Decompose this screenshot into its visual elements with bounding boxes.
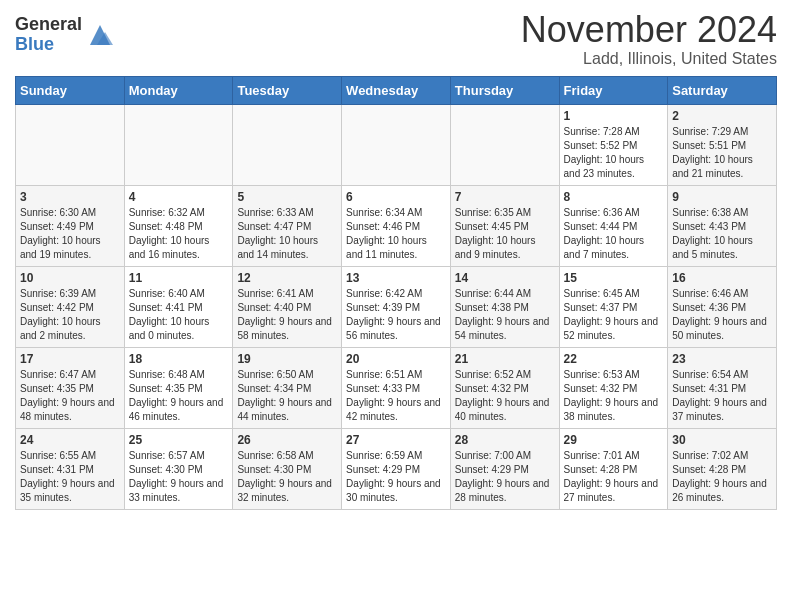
day-info: Sunrise: 6:54 AM Sunset: 4:31 PM Dayligh… [672, 368, 772, 424]
header-row: SundayMondayTuesdayWednesdayThursdayFrid… [16, 76, 777, 104]
day-cell: 18Sunrise: 6:48 AM Sunset: 4:35 PM Dayli… [124, 347, 233, 428]
day-number: 3 [20, 190, 120, 204]
day-cell: 9Sunrise: 6:38 AM Sunset: 4:43 PM Daylig… [668, 185, 777, 266]
day-info: Sunrise: 6:35 AM Sunset: 4:45 PM Dayligh… [455, 206, 555, 262]
weekday-header-saturday: Saturday [668, 76, 777, 104]
day-number: 10 [20, 271, 120, 285]
header: General Blue November 2024 Ladd, Illinoi… [15, 10, 777, 68]
day-info: Sunrise: 6:38 AM Sunset: 4:43 PM Dayligh… [672, 206, 772, 262]
day-number: 12 [237, 271, 337, 285]
week-row-1: 3Sunrise: 6:30 AM Sunset: 4:49 PM Daylig… [16, 185, 777, 266]
day-number: 6 [346, 190, 446, 204]
day-info: Sunrise: 6:52 AM Sunset: 4:32 PM Dayligh… [455, 368, 555, 424]
day-info: Sunrise: 6:55 AM Sunset: 4:31 PM Dayligh… [20, 449, 120, 505]
day-info: Sunrise: 6:50 AM Sunset: 4:34 PM Dayligh… [237, 368, 337, 424]
day-info: Sunrise: 6:57 AM Sunset: 4:30 PM Dayligh… [129, 449, 229, 505]
day-cell: 6Sunrise: 6:34 AM Sunset: 4:46 PM Daylig… [342, 185, 451, 266]
day-cell: 20Sunrise: 6:51 AM Sunset: 4:33 PM Dayli… [342, 347, 451, 428]
day-number: 4 [129, 190, 229, 204]
main-container: General Blue November 2024 Ladd, Illinoi… [0, 0, 792, 520]
day-cell: 16Sunrise: 6:46 AM Sunset: 4:36 PM Dayli… [668, 266, 777, 347]
week-row-0: 1Sunrise: 7:28 AM Sunset: 5:52 PM Daylig… [16, 104, 777, 185]
day-info: Sunrise: 6:39 AM Sunset: 4:42 PM Dayligh… [20, 287, 120, 343]
day-number: 17 [20, 352, 120, 366]
day-number: 25 [129, 433, 229, 447]
day-cell: 12Sunrise: 6:41 AM Sunset: 4:40 PM Dayli… [233, 266, 342, 347]
day-cell: 29Sunrise: 7:01 AM Sunset: 4:28 PM Dayli… [559, 428, 668, 509]
day-number: 19 [237, 352, 337, 366]
day-cell: 5Sunrise: 6:33 AM Sunset: 4:47 PM Daylig… [233, 185, 342, 266]
day-info: Sunrise: 6:59 AM Sunset: 4:29 PM Dayligh… [346, 449, 446, 505]
day-cell: 24Sunrise: 6:55 AM Sunset: 4:31 PM Dayli… [16, 428, 125, 509]
day-number: 21 [455, 352, 555, 366]
day-info: Sunrise: 6:41 AM Sunset: 4:40 PM Dayligh… [237, 287, 337, 343]
day-number: 11 [129, 271, 229, 285]
logo-icon [85, 20, 115, 50]
day-number: 7 [455, 190, 555, 204]
week-row-4: 24Sunrise: 6:55 AM Sunset: 4:31 PM Dayli… [16, 428, 777, 509]
day-number: 1 [564, 109, 664, 123]
day-cell: 25Sunrise: 6:57 AM Sunset: 4:30 PM Dayli… [124, 428, 233, 509]
day-cell: 4Sunrise: 6:32 AM Sunset: 4:48 PM Daylig… [124, 185, 233, 266]
logo-blue-text: Blue [15, 35, 82, 55]
day-info: Sunrise: 6:58 AM Sunset: 4:30 PM Dayligh… [237, 449, 337, 505]
day-cell [342, 104, 451, 185]
day-info: Sunrise: 6:53 AM Sunset: 4:32 PM Dayligh… [564, 368, 664, 424]
day-cell: 2Sunrise: 7:29 AM Sunset: 5:51 PM Daylig… [668, 104, 777, 185]
day-info: Sunrise: 7:28 AM Sunset: 5:52 PM Dayligh… [564, 125, 664, 181]
day-number: 27 [346, 433, 446, 447]
day-number: 18 [129, 352, 229, 366]
day-number: 5 [237, 190, 337, 204]
day-number: 28 [455, 433, 555, 447]
day-cell: 19Sunrise: 6:50 AM Sunset: 4:34 PM Dayli… [233, 347, 342, 428]
day-cell: 17Sunrise: 6:47 AM Sunset: 4:35 PM Dayli… [16, 347, 125, 428]
logo-general-text: General [15, 15, 82, 35]
day-cell: 7Sunrise: 6:35 AM Sunset: 4:45 PM Daylig… [450, 185, 559, 266]
month-title: November 2024 [521, 10, 777, 50]
day-info: Sunrise: 6:47 AM Sunset: 4:35 PM Dayligh… [20, 368, 120, 424]
day-info: Sunrise: 6:32 AM Sunset: 4:48 PM Dayligh… [129, 206, 229, 262]
weekday-header-monday: Monday [124, 76, 233, 104]
day-info: Sunrise: 6:45 AM Sunset: 4:37 PM Dayligh… [564, 287, 664, 343]
location: Ladd, Illinois, United States [521, 50, 777, 68]
day-cell: 30Sunrise: 7:02 AM Sunset: 4:28 PM Dayli… [668, 428, 777, 509]
weekday-header-friday: Friday [559, 76, 668, 104]
day-cell [16, 104, 125, 185]
day-info: Sunrise: 6:51 AM Sunset: 4:33 PM Dayligh… [346, 368, 446, 424]
title-block: November 2024 Ladd, Illinois, United Sta… [521, 10, 777, 68]
day-number: 29 [564, 433, 664, 447]
day-info: Sunrise: 6:34 AM Sunset: 4:46 PM Dayligh… [346, 206, 446, 262]
weekday-header-tuesday: Tuesday [233, 76, 342, 104]
day-number: 16 [672, 271, 772, 285]
day-number: 30 [672, 433, 772, 447]
day-number: 2 [672, 109, 772, 123]
weekday-header-sunday: Sunday [16, 76, 125, 104]
day-cell: 13Sunrise: 6:42 AM Sunset: 4:39 PM Dayli… [342, 266, 451, 347]
day-cell: 11Sunrise: 6:40 AM Sunset: 4:41 PM Dayli… [124, 266, 233, 347]
day-cell: 22Sunrise: 6:53 AM Sunset: 4:32 PM Dayli… [559, 347, 668, 428]
day-info: Sunrise: 7:00 AM Sunset: 4:29 PM Dayligh… [455, 449, 555, 505]
day-number: 14 [455, 271, 555, 285]
day-cell: 26Sunrise: 6:58 AM Sunset: 4:30 PM Dayli… [233, 428, 342, 509]
day-cell: 8Sunrise: 6:36 AM Sunset: 4:44 PM Daylig… [559, 185, 668, 266]
weekday-header-wednesday: Wednesday [342, 76, 451, 104]
calendar-table: SundayMondayTuesdayWednesdayThursdayFrid… [15, 76, 777, 510]
day-cell [233, 104, 342, 185]
day-info: Sunrise: 7:02 AM Sunset: 4:28 PM Dayligh… [672, 449, 772, 505]
day-cell: 21Sunrise: 6:52 AM Sunset: 4:32 PM Dayli… [450, 347, 559, 428]
day-cell: 1Sunrise: 7:28 AM Sunset: 5:52 PM Daylig… [559, 104, 668, 185]
day-number: 24 [20, 433, 120, 447]
day-number: 8 [564, 190, 664, 204]
day-cell: 14Sunrise: 6:44 AM Sunset: 4:38 PM Dayli… [450, 266, 559, 347]
day-number: 9 [672, 190, 772, 204]
week-row-2: 10Sunrise: 6:39 AM Sunset: 4:42 PM Dayli… [16, 266, 777, 347]
day-cell: 23Sunrise: 6:54 AM Sunset: 4:31 PM Dayli… [668, 347, 777, 428]
day-info: Sunrise: 6:30 AM Sunset: 4:49 PM Dayligh… [20, 206, 120, 262]
day-info: Sunrise: 6:46 AM Sunset: 4:36 PM Dayligh… [672, 287, 772, 343]
day-info: Sunrise: 6:36 AM Sunset: 4:44 PM Dayligh… [564, 206, 664, 262]
day-number: 13 [346, 271, 446, 285]
day-info: Sunrise: 7:01 AM Sunset: 4:28 PM Dayligh… [564, 449, 664, 505]
day-number: 20 [346, 352, 446, 366]
day-cell [124, 104, 233, 185]
day-info: Sunrise: 6:33 AM Sunset: 4:47 PM Dayligh… [237, 206, 337, 262]
